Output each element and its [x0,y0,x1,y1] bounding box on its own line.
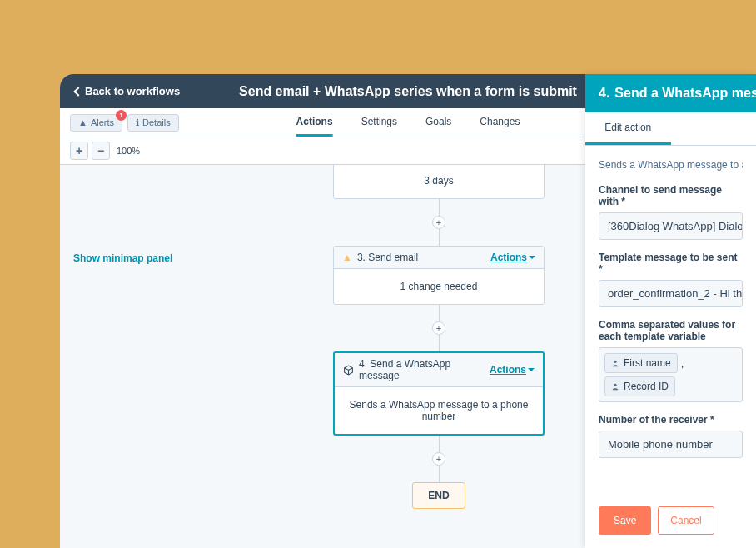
receiver-label: Number of the receiver * [599,414,743,426]
caret-down-icon [528,368,535,371]
details-label: Details [142,117,171,127]
channel-label: Channel to send message with * [599,184,743,207]
node-whatsapp-title: 4. Send a WhatsApp message [359,358,490,381]
template-label: Template message to be sent * [599,252,743,275]
node-delay-body: 3 days [334,165,544,198]
node-email-actions-dropdown[interactable]: Actions [490,252,535,263]
token-first-name[interactable]: First name [604,353,678,373]
node-partial: 3 days [333,165,545,199]
details-button[interactable]: ℹ Details [127,114,179,132]
node-email-title: 3. Send email [357,252,418,263]
alerts-label: Alerts [91,117,114,127]
connector [439,305,440,321]
alerts-button[interactable]: ▲ Alerts 1 [70,114,122,132]
info-icon: ℹ [136,117,139,128]
zoom-in-button[interactable]: + [70,142,88,160]
panel-body: Sends a WhatsApp message to a pho Channe… [585,146,756,493]
panel-header-number: 4. [599,86,609,101]
comma-separator: , [681,357,684,370]
node-email-body: 1 change needed [334,269,544,304]
warning-icon: ▲ [342,252,352,263]
token-record-id[interactable]: Record ID [604,376,675,396]
action-edit-panel: 4. Send a WhatsApp mes Edit action Sends… [585,74,756,548]
add-step-button[interactable]: + [432,321,445,335]
panel-footer: Save Cancel [585,493,756,548]
svg-point-0 [614,361,616,363]
add-step-button[interactable]: + [432,216,445,229]
connector [439,436,440,452]
svg-point-1 [614,384,616,386]
zoom-level: 100% [117,146,140,156]
cube-icon [343,365,354,376]
node-email-header: ▲ 3. Send email Actions [334,247,544,269]
flow-column: 3 days + ▲ 3. Send email Actions 1 cha [333,165,545,509]
connector [439,199,440,216]
panel-header-title: Send a WhatsApp mes [614,86,756,101]
alerts-badge: 1 [116,110,127,121]
panel-tab-other[interactable] [671,112,757,145]
toolbar-buttons: ▲ Alerts 1 ℹ Details [70,114,179,132]
tab-changes[interactable]: Changes [480,108,520,137]
connector [439,466,440,482]
node-whatsapp-body: Sends a WhatsApp message to a phone numb… [335,387,543,434]
channel-select[interactable]: [360Dialog WhatsApp] Dialog [599,212,743,240]
node-whatsapp-actions-dropdown[interactable]: Actions [490,364,535,376]
connector [439,229,440,246]
add-step-button[interactable]: + [432,452,445,466]
tab-actions[interactable]: Actions [296,108,333,137]
caret-down-icon [529,256,535,259]
back-label: Back to workflows [85,85,180,97]
receiver-select[interactable]: Mobile phone number [599,431,743,458]
alert-icon: ▲ [78,117,87,127]
node-whatsapp-header: 4. Send a WhatsApp message Actions [335,353,543,387]
panel-header: 4. Send a WhatsApp mes [585,74,756,112]
cancel-button[interactable]: Cancel [658,506,714,535]
template-select[interactable]: order_confirmation_2 - Hi ther [599,280,743,307]
tab-settings[interactable]: Settings [361,108,397,137]
chevron-left-icon [73,87,82,96]
node-send-whatsapp[interactable]: 4. Send a WhatsApp message Actions Sends… [333,351,545,436]
node-send-email[interactable]: ▲ 3. Send email Actions 1 change needed [333,246,545,305]
tab-goals[interactable]: Goals [425,108,451,137]
panel-description: Sends a WhatsApp message to a pho [599,159,743,171]
variables-input[interactable]: First name , Record ID [599,347,743,402]
save-button[interactable]: Save [599,506,651,535]
workflow-title: Send email + WhatsApp series when a form… [239,84,577,99]
zoom-out-button[interactable]: − [92,142,110,160]
variables-label: Comma separated values for each template… [599,319,743,342]
panel-tabs: Edit action [585,112,756,146]
person-icon [611,359,619,367]
main-tabs: Actions Settings Goals Changes [296,108,520,137]
person-icon [611,382,619,391]
end-node: END [412,482,465,509]
panel-tab-edit-action[interactable]: Edit action [585,112,671,145]
back-to-workflows-link[interactable]: Back to workflows [75,85,180,97]
connector [439,335,440,351]
